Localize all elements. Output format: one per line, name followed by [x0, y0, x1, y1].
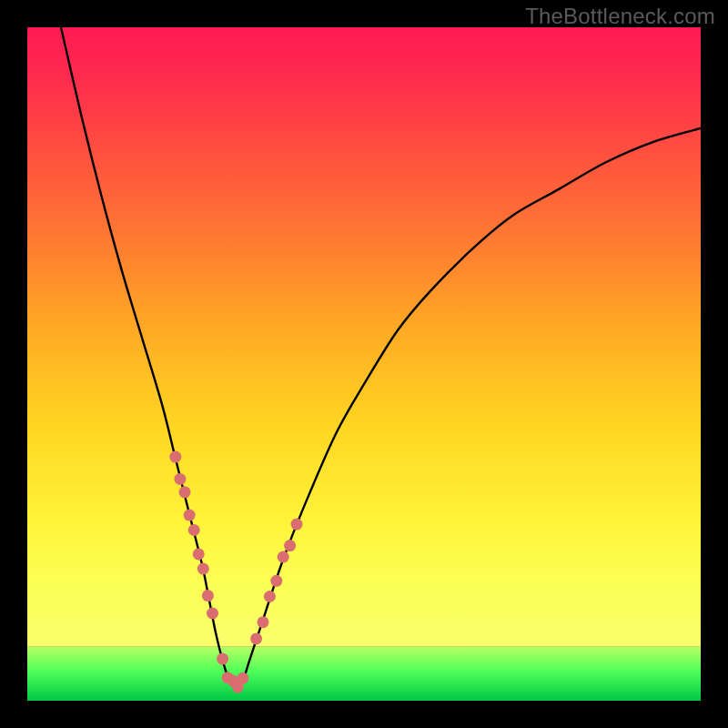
curve-dot: [250, 632, 262, 644]
bottleneck-chart: [27, 27, 701, 701]
heat-gradient: [27, 27, 701, 647]
curve-dot: [278, 551, 289, 563]
watermark-text: TheBottleneck.com: [525, 4, 715, 29]
curve-dot: [291, 519, 303, 531]
curve-dot: [174, 473, 186, 485]
curve-dot: [193, 548, 205, 560]
curve-dot: [169, 451, 181, 463]
chart-container: [27, 27, 701, 701]
curve-dot: [217, 653, 228, 665]
curve-dot: [237, 672, 248, 684]
curve-dot: [207, 608, 218, 620]
curve-dot: [188, 524, 200, 536]
green-fit-band: [27, 647, 701, 701]
curve-dot: [284, 540, 296, 551]
curve-dot: [264, 591, 276, 602]
outer-frame: TheBottleneck.com: [0, 0, 728, 728]
curve-dot: [179, 486, 191, 498]
curve-dot: [202, 590, 214, 602]
curve-dot: [197, 563, 209, 575]
curve-dot: [258, 616, 269, 628]
curve-dot: [270, 575, 282, 587]
curve-dot: [184, 510, 196, 521]
